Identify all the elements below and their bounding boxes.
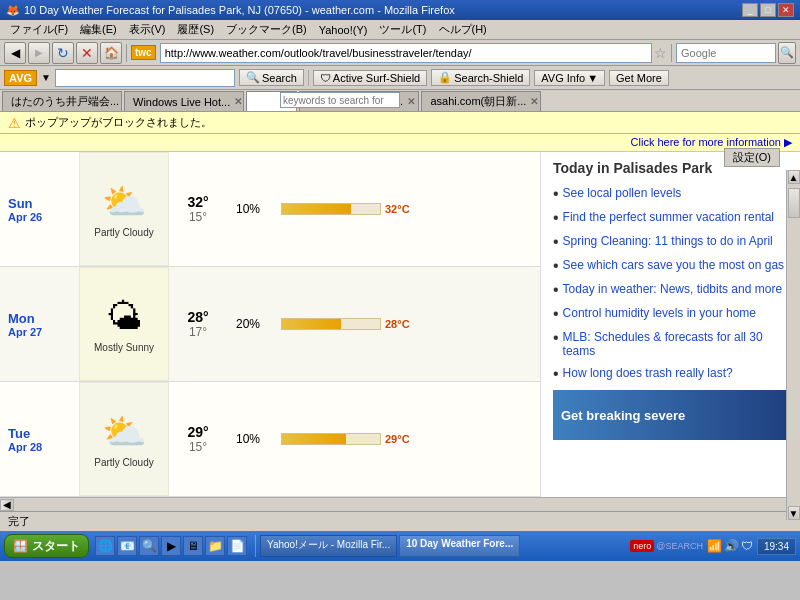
avg-toolbar: AVG ▼ 🔍 Search 🛡 Active Surf-Shield 🔒 Se…: [0, 66, 800, 90]
sidebar-ad[interactable]: Get breaking severe: [553, 390, 788, 440]
tab-4[interactable]: asahi.com(朝日新... ✕: [421, 91, 541, 111]
systray-icon-0[interactable]: 📶: [707, 539, 722, 553]
window: 🦊 10 Day Weather Forecast for Palisades …: [0, 0, 800, 600]
systray-icon-1[interactable]: 🔊: [724, 539, 739, 553]
bar-label-2: 29°C: [385, 433, 410, 445]
sidebar-link-1[interactable]: • Find the perfect summer vacation renta…: [553, 210, 788, 226]
tab-close-4[interactable]: ✕: [530, 96, 538, 107]
sidebar-link-text-3: See which cars save you the most on gas: [563, 258, 784, 272]
avg-search-button[interactable]: 🔍 Search: [239, 69, 304, 86]
start-button[interactable]: 🪟 スタート: [4, 534, 89, 558]
menu-help[interactable]: ヘルプ(H): [433, 20, 493, 39]
nero-logo: nero @SEARCH: [630, 540, 703, 552]
day-cell-0: Sun Apr 26: [0, 188, 75, 231]
settings-button[interactable]: 設定(O): [724, 148, 780, 167]
icon-cell-1: 🌤 Mostly Sunny: [79, 267, 169, 381]
scroll-left-button[interactable]: ◀: [0, 499, 14, 511]
shield2-icon: 🔒: [438, 71, 452, 84]
sidebar-link-4[interactable]: • Today in weather: News, tidbits and mo…: [553, 282, 788, 298]
systray-icon-2[interactable]: 🛡: [741, 539, 753, 553]
menu-file[interactable]: ファイル(F): [4, 20, 74, 39]
home-button[interactable]: 🏠: [100, 42, 122, 64]
menu-edit[interactable]: 編集(E): [74, 20, 123, 39]
avg-info-button[interactable]: AVG Info ▼: [534, 70, 605, 86]
windows-icon: 🪟: [13, 539, 28, 553]
menu-bookmarks[interactable]: ブックマーク(B): [220, 20, 313, 39]
weather-row-1: Mon Apr 27 🌤 Mostly Sunny 28° 17° 20%: [0, 267, 540, 382]
avg-dropdown-icon[interactable]: ▼: [41, 72, 51, 83]
tab-1[interactable]: Windows Live Hot... ✕: [124, 91, 244, 111]
start-label: スタート: [32, 538, 80, 555]
ql-icon-0[interactable]: 🌐: [95, 536, 115, 556]
condition-label-0: Partly Cloudy: [94, 227, 153, 238]
taskbar-btn-label-1: 10 Day Weather Fore...: [406, 538, 513, 549]
menu-bar: ファイル(F) 編集(E) 表示(V) 履歴(S) ブックマーク(B) Yaho…: [0, 20, 800, 40]
menu-history[interactable]: 履歴(S): [171, 20, 220, 39]
bullet-icon-4: •: [553, 282, 559, 298]
status-text: 完了: [8, 514, 30, 529]
maximize-button[interactable]: □: [760, 3, 776, 17]
scroll-down-button[interactable]: ▼: [788, 506, 800, 520]
minimize-button[interactable]: _: [742, 3, 758, 17]
reload-button[interactable]: ↻: [52, 42, 74, 64]
horizontal-scrollbar[interactable]: ◀ ▶: [0, 497, 800, 511]
ql-icon-4[interactable]: 🖥: [183, 536, 203, 556]
search-shield-button[interactable]: 🔒 Search-Shield: [431, 69, 530, 86]
taskbar-btn-1[interactable]: 10 Day Weather Fore...: [399, 535, 520, 557]
precip-value-0: 10%: [236, 202, 260, 216]
bar-label-1: 28°C: [385, 318, 410, 330]
avg-dropdown2-icon: ▼: [587, 72, 598, 84]
ql-icon-5[interactable]: 📁: [205, 536, 225, 556]
url-bar[interactable]: [160, 43, 652, 63]
tab-2[interactable]: he... ✕: [246, 91, 297, 111]
temp-bar-fill-0: [282, 204, 351, 214]
precip-cell-1: 20%: [223, 317, 273, 331]
avg-search-input[interactable]: [55, 69, 235, 87]
sidebar-ad-text: Get breaking severe: [561, 408, 685, 423]
active-surf-shield-button[interactable]: 🛡 Active Surf-Shield: [313, 70, 427, 86]
sidebar-link-text-7: How long does trash really last?: [563, 366, 733, 380]
click-info-bar[interactable]: Click here for more information ▶: [0, 134, 800, 152]
sidebar-link-6[interactable]: • MLB: Schedules & forecasts for all 30 …: [553, 330, 788, 358]
google-search-button[interactable]: 🔍: [778, 42, 796, 64]
bullet-icon-3: •: [553, 258, 559, 274]
scroll-up-button[interactable]: ▲: [788, 170, 800, 184]
scroll-thumb[interactable]: [788, 188, 800, 218]
tab-search-input[interactable]: [280, 92, 297, 108]
tab-close-3[interactable]: ✕: [407, 96, 415, 107]
bullet-icon-5: •: [553, 306, 559, 322]
temp-bar-fill-1: [282, 319, 341, 329]
menu-yahoo[interactable]: Yahoo!(Y): [313, 22, 374, 38]
stop-button[interactable]: ✕: [76, 42, 98, 64]
sidebar-link-5[interactable]: • Control humidity levels in your home: [553, 306, 788, 322]
ql-icon-3[interactable]: ▶: [161, 536, 181, 556]
sidebar-link-2[interactable]: • Spring Cleaning: 11 things to do in Ap…: [553, 234, 788, 250]
taskbar-btn-0[interactable]: Yahoo!メール - Mozilla Fir...: [260, 535, 397, 557]
sidebar-link-3[interactable]: • See which cars save you the most on ga…: [553, 258, 788, 274]
back-button[interactable]: ◀: [4, 42, 26, 64]
popup-blocked-bar: ⚠ ポップアップがブロックされました。: [0, 112, 800, 134]
sidebar-link-text-5: Control humidity levels in your home: [563, 306, 756, 320]
temp-cell-1: 28° 17°: [173, 309, 223, 339]
menu-tools[interactable]: ツール(T): [373, 20, 432, 39]
forward-button[interactable]: ▶: [28, 42, 50, 64]
taskbar-right: nero @SEARCH 📶 🔊 🛡 19:34: [630, 538, 796, 555]
sidebar-link-0[interactable]: • See local pollen levels: [553, 186, 788, 202]
scrollbar[interactable]: ▲ ▼: [786, 170, 800, 520]
sidebar-link-7[interactable]: • How long does trash really last?: [553, 366, 788, 382]
get-more-button[interactable]: Get More: [609, 70, 669, 86]
google-search-input[interactable]: [676, 43, 776, 63]
weather-panel: Sun Apr 26 ⛅ Partly Cloudy 32° 15° 10%: [0, 152, 540, 497]
tab-close-1[interactable]: ✕: [234, 96, 242, 107]
tab-0[interactable]: はたのうち井戸端会... ✕: [2, 91, 122, 111]
ql-icon-1[interactable]: 📧: [117, 536, 137, 556]
ql-icon-2[interactable]: 🔍: [139, 536, 159, 556]
temp-high-2: 29°: [173, 424, 223, 440]
weather-icon-2: ⛅: [102, 411, 147, 453]
bookmark-star-icon[interactable]: ☆: [654, 45, 667, 61]
close-button[interactable]: ✕: [778, 3, 794, 17]
tab-label-4: asahi.com(朝日新...: [430, 94, 526, 109]
menu-view[interactable]: 表示(V): [123, 20, 172, 39]
ql-icon-6[interactable]: 📄: [227, 536, 247, 556]
click-info-text: Click here for more information ▶: [631, 136, 792, 148]
